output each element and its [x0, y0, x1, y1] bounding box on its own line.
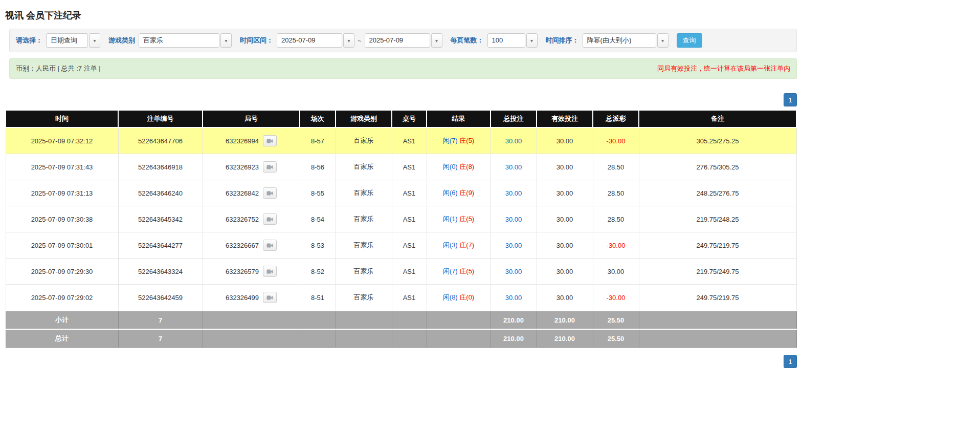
- video-replay-button[interactable]: [263, 161, 277, 173]
- subtotal-payout-cell: 25.50: [593, 311, 639, 329]
- date-to-combo[interactable]: 2025-07-09 ▾: [365, 33, 442, 48]
- cell-game-type: 百家乐: [336, 206, 392, 232]
- cell-bet-id: 522643646918: [118, 154, 203, 180]
- cell-session: 8-55: [300, 180, 336, 206]
- table-row: 2025-07-09 07:30:38522643645342632326752…: [6, 206, 796, 232]
- table-head: 时间注单编号局号场次游戏类别桌号结果总投注有效投注总派彩备注: [6, 110, 796, 127]
- cell-total-bet[interactable]: 30.00: [491, 154, 537, 180]
- video-icon: [266, 243, 273, 248]
- cell-table-no: AS1: [392, 180, 427, 206]
- game-type-combo[interactable]: 百家乐 ▾: [139, 33, 232, 48]
- summary-note-text: 同局有效投注，统一计算在该局第一张注单内: [657, 64, 790, 73]
- result-banker: 庄(5): [459, 215, 474, 223]
- cell-remark: 219.75/248.25: [639, 206, 796, 232]
- video-replay-button[interactable]: [263, 292, 277, 303]
- round-number: 632326579: [226, 268, 259, 275]
- chevron-down-icon[interactable]: ▾: [657, 33, 669, 48]
- cell-round: 632326923: [203, 154, 300, 180]
- cell-remark: 248.25/276.75: [639, 180, 796, 206]
- video-replay-button[interactable]: [263, 213, 277, 225]
- select-type-value[interactable]: 日期查询: [46, 33, 88, 48]
- date-from-value[interactable]: 2025-07-09: [277, 33, 342, 48]
- cell-time: 2025-07-09 07:31:43: [6, 154, 118, 180]
- cell-total-bet[interactable]: 30.00: [491, 180, 537, 206]
- cell-total-bet[interactable]: 30.00: [491, 259, 537, 285]
- chevron-down-icon[interactable]: ▾: [343, 33, 354, 48]
- empty-cell: [203, 329, 300, 348]
- result-player: 闲(1): [443, 215, 458, 223]
- video-replay-button[interactable]: [263, 240, 277, 251]
- chevron-down-icon[interactable]: ▾: [526, 33, 538, 48]
- table-foot: 小计 7 210.00 210.00 25.50 总计 7 2: [6, 311, 796, 348]
- cell-total-bet[interactable]: 30.00: [491, 206, 537, 232]
- date-to-value[interactable]: 2025-07-09: [365, 33, 430, 48]
- cell-round: 632326579: [203, 259, 300, 285]
- cell-time: 2025-07-09 07:30:38: [6, 206, 118, 232]
- cell-payout: -30.00: [593, 127, 639, 154]
- column-header: 总派彩: [593, 110, 639, 127]
- cell-valid-bet: 30.00: [537, 154, 593, 180]
- chevron-down-icon[interactable]: ▾: [89, 33, 100, 48]
- total-label-cell: 总计: [6, 329, 118, 348]
- cell-remark: 249.75/219.75: [639, 285, 796, 311]
- pagination-bottom: 1: [5, 355, 797, 368]
- cell-remark: 219.75/249.75: [639, 259, 796, 285]
- subtotal-total-bet-cell: 210.00: [491, 311, 537, 329]
- page-1-button[interactable]: 1: [784, 93, 797, 106]
- cell-time: 2025-07-09 07:32:12: [6, 127, 118, 154]
- cell-bet-id: 522643647706: [118, 127, 203, 154]
- round-number: 632326842: [226, 189, 259, 197]
- sort-value[interactable]: 降幂(由大到小): [583, 33, 656, 48]
- range-separator: ~: [358, 37, 362, 45]
- cell-session: 8-54: [300, 206, 336, 232]
- cell-table-no: AS1: [392, 127, 427, 154]
- sort-combo[interactable]: 降幂(由大到小) ▾: [583, 33, 669, 48]
- cell-round: 632326667: [203, 232, 300, 259]
- empty-cell: [392, 311, 427, 329]
- cell-table-no: AS1: [392, 206, 427, 232]
- column-header: 场次: [300, 110, 336, 127]
- game-type-value[interactable]: 百家乐: [139, 33, 219, 48]
- cell-payout: -30.00: [593, 285, 639, 311]
- subtotal-row: 小计 7 210.00 210.00 25.50: [6, 311, 796, 329]
- query-button[interactable]: 查询: [677, 33, 702, 48]
- result-banker: 庄(0): [459, 293, 474, 301]
- cell-table-no: AS1: [392, 285, 427, 311]
- cell-total-bet[interactable]: 30.00: [491, 232, 537, 259]
- chevron-down-icon[interactable]: ▾: [431, 33, 442, 48]
- per-page-value[interactable]: 100: [487, 33, 525, 48]
- per-page-combo[interactable]: 100 ▾: [487, 33, 538, 48]
- page-container: 视讯 会员下注纪录 请选择： 日期查询 ▾ 游戏类别 百家乐 ▾ 时间区间： 2…: [5, 0, 797, 368]
- video-replay-button[interactable]: [263, 135, 277, 146]
- header-row: 时间注单编号局号场次游戏类别桌号结果总投注有效投注总派彩备注: [6, 110, 796, 127]
- cell-remark: 276.75/305.25: [639, 154, 796, 180]
- cell-game-type: 百家乐: [336, 285, 392, 311]
- cell-session: 8-53: [300, 232, 336, 259]
- cell-valid-bet: 30.00: [537, 285, 593, 311]
- cell-table-no: AS1: [392, 154, 427, 180]
- cell-payout: 28.50: [593, 180, 639, 206]
- chevron-down-icon[interactable]: ▾: [220, 33, 232, 48]
- date-from-combo[interactable]: 2025-07-09 ▾: [277, 33, 354, 48]
- empty-cell: [336, 329, 392, 348]
- page-1-button[interactable]: 1: [784, 355, 797, 368]
- cell-game-type: 百家乐: [336, 232, 392, 259]
- summary-currency-text: 币别：人民币 | 总共 :7 注单 |: [16, 64, 101, 73]
- result-player: 闲(3): [443, 241, 458, 249]
- cell-game-type: 百家乐: [336, 259, 392, 285]
- cell-valid-bet: 30.00: [537, 206, 593, 232]
- cell-payout: 28.50: [593, 154, 639, 180]
- cell-valid-bet: 30.00: [537, 259, 593, 285]
- video-replay-button[interactable]: [263, 266, 277, 277]
- cell-valid-bet: 30.00: [537, 232, 593, 259]
- cell-total-bet[interactable]: 30.00: [491, 127, 537, 154]
- cell-table-no: AS1: [392, 232, 427, 259]
- cell-result: 闲(6) 庄(9): [427, 180, 491, 206]
- empty-cell: [300, 311, 336, 329]
- result-banker: 庄(5): [459, 267, 474, 275]
- select-type-combo[interactable]: 日期查询 ▾: [46, 33, 100, 48]
- subtotal-count-cell: 7: [118, 311, 203, 329]
- video-replay-button[interactable]: [263, 187, 277, 199]
- cell-total-bet[interactable]: 30.00: [491, 285, 537, 311]
- table-row: 2025-07-09 07:31:13522643646240632326842…: [6, 180, 796, 206]
